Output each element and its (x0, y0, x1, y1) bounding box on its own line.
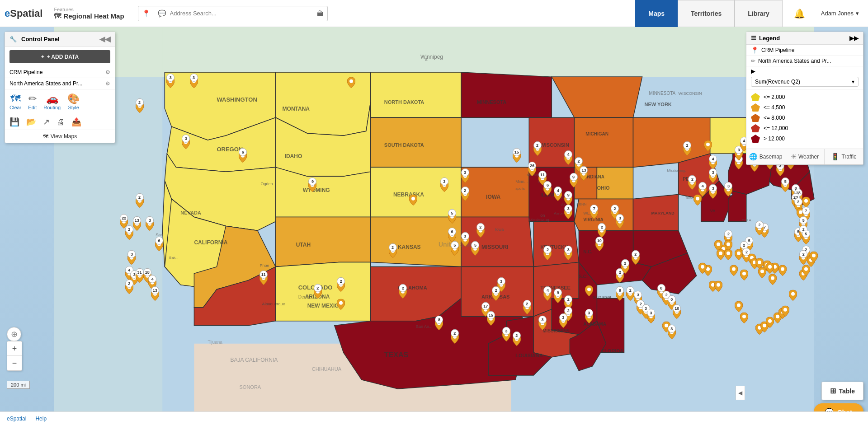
routing-tool[interactable]: 🚗 Routing (43, 93, 61, 110)
svg-text:IOWA: IOWA (486, 194, 500, 200)
style-tool[interactable]: 🎨 Style (67, 93, 80, 110)
svg-text:Bak...: Bak... (169, 256, 178, 260)
svg-text:on: on (540, 213, 545, 218)
user-menu[interactable]: Adam Jones ▾ (816, 10, 863, 17)
crm-pin-icon: 📍 (751, 47, 759, 54)
state-iowa (461, 167, 529, 217)
svg-text:OKLAHOMA: OKLAHOMA (398, 285, 427, 290)
style-icon: 🎨 (67, 93, 80, 105)
basemap-option[interactable]: 🌐 Basemap (746, 149, 785, 164)
zoom-in-button[interactable]: + (7, 341, 22, 356)
traffic-option[interactable]: 🚦 Traffic (825, 149, 863, 164)
svg-text:PENN.: PENN. (683, 177, 697, 182)
svg-text:FLORIDA: FLORIDA (601, 348, 623, 354)
control-panel-header: 🔧 Control Panel ◀◀ (5, 32, 115, 47)
wrench-icon: 🔧 (9, 36, 17, 42)
print-icon[interactable]: 🖨 (57, 117, 65, 127)
save-icon[interactable]: 💾 (9, 117, 19, 127)
table-grid-icon: ⊞ (830, 387, 836, 395)
sun-icon: ☀ (791, 153, 797, 161)
location-search-btn[interactable]: 📍 (138, 9, 154, 18)
swatch-5 (751, 135, 760, 143)
svg-text:N.C.: N.C. (583, 249, 592, 254)
svg-text:WISCONSIN: WISCONSIN (540, 142, 569, 148)
plus-icon: + (41, 53, 45, 60)
notifications-bell-icon[interactable]: 🔔 (794, 8, 805, 19)
legend-expand-icon[interactable]: ▶▶ (849, 35, 859, 42)
svg-text:SOUTH DAKOTA: SOUTH DAKOTA (384, 142, 424, 148)
swatch-2 (751, 103, 760, 112)
svg-text:DELA.: DELA. (742, 218, 752, 222)
svg-text:Tijuana: Tijuana (208, 340, 222, 345)
svg-text:NJ: NJ (728, 186, 734, 191)
tab-maps[interactable]: Maps (635, 0, 678, 27)
export-icon[interactable]: 📤 (71, 117, 81, 127)
svg-text:MICHIGAN: MICHIGAN (585, 131, 609, 136)
layer-north-america: North America States and Pr... ⚙ (5, 78, 115, 89)
svg-text:do: do (561, 202, 565, 206)
zoom-out-button[interactable]: − (7, 356, 22, 370)
logo[interactable]: eSpatial (5, 8, 42, 19)
collapse-panel-icon[interactable]: ◀◀ (99, 35, 110, 43)
map-svg: WASHINGTON OREGON CALIFORNIA MONTANA IDA… (0, 27, 868, 425)
svg-text:NEVADA: NEVADA (180, 210, 201, 215)
svg-text:OREGON: OREGON (217, 146, 243, 153)
svg-text:United States: United States (439, 241, 479, 248)
map-container[interactable]: WASHINGTON OREGON CALIFORNIA MONTANA IDA… (0, 27, 868, 425)
svg-text:CHIHUAHUA: CHIHUAHUA (312, 366, 342, 372)
footer-help-link[interactable]: Help (35, 416, 47, 422)
nav-tabs: Maps Territories Library (635, 0, 782, 27)
map-icon: 🗺 (54, 12, 61, 20)
svg-text:TEXAS: TEXAS (384, 351, 409, 359)
legend-panel: ☰ Legend ▶▶ 📍 CRM Pipeline ✏ North Ameri… (746, 32, 863, 165)
control-panel-title: Control Panel (21, 36, 60, 42)
search-bar: 📍 💬 🏔 (138, 6, 328, 21)
table-button[interactable]: ⊞ Table (821, 382, 863, 400)
legend-expand-row: ▶ (746, 66, 863, 75)
svg-text:BAJA CALIFORNIA: BAJA CALIFORNIA (230, 357, 278, 363)
svg-text:Winnipeg: Winnipeg (420, 54, 443, 60)
tab-territories[interactable]: Territories (678, 0, 735, 27)
state-north-dakota (371, 72, 461, 117)
file-tools: 💾 📂 ↗ 🖨 📤 (5, 114, 115, 130)
weather-option[interactable]: ☀ Weather (785, 149, 824, 164)
scale-bar: 200 mi (7, 381, 30, 389)
svg-text:INDIANA: INDIANA (585, 174, 604, 179)
legend-items: <= 2,000 <= 4,500 <= 8,000 <= 12,000 > 1… (746, 89, 863, 149)
revenue-dropdown[interactable]: Sum(Revenue Q2) ▾ (751, 77, 859, 87)
view-maps-button[interactable]: 🗺 View Maps (5, 130, 115, 143)
share-icon[interactable]: ↗ (43, 117, 50, 127)
svg-text:LOUISIANA: LOUISIANA (515, 353, 543, 358)
layer-settings-icon-2[interactable]: ⚙ (105, 80, 110, 87)
footer-brand-link[interactable]: eSpatial (7, 416, 26, 422)
globe-icon: 🌐 (749, 153, 758, 161)
footer: eSpatial Help (0, 411, 868, 425)
panel-collapse-right[interactable]: ◀ (736, 386, 745, 400)
legend-header: ☰ Legend ▶▶ (746, 32, 863, 45)
svg-text:IDAHO: IDAHO (285, 153, 302, 159)
svg-text:Aaron: Aaron (554, 211, 563, 215)
svg-text:Denver: Denver (298, 294, 313, 299)
clear-tool[interactable]: 🗺 Clear (9, 93, 21, 110)
map-marker-btn[interactable]: 🏔 (313, 9, 327, 17)
svg-text:COLORADO: COLORADO (298, 284, 333, 291)
swatch-3 (751, 114, 760, 122)
marker-btn[interactable]: 💬 (154, 9, 170, 18)
open-icon[interactable]: 📂 (26, 117, 36, 127)
compass-button[interactable]: ⊕ (7, 327, 21, 341)
layer-settings-icon[interactable]: ⚙ (105, 69, 110, 75)
add-data-button[interactable]: + + ADD DATA (9, 50, 110, 63)
address-search-input[interactable] (170, 10, 313, 17)
svg-text:Mississaug.: Mississaug. (529, 218, 550, 222)
svg-text:CALIFORNIA: CALIFORNIA (194, 239, 227, 246)
map-tools: 🗺 Clear ✏ Edit 🚗 Routing 🎨 Style (5, 89, 115, 114)
edit-tool[interactable]: ✏ Edit (28, 93, 37, 110)
state-minnesota (461, 72, 552, 117)
svg-text:Ogden: Ogden (261, 182, 273, 186)
svg-text:S.C.: S.C. (579, 274, 588, 279)
svg-text:MINNESOTA: MINNESOTA (477, 99, 506, 105)
tab-library[interactable]: Library (735, 0, 782, 27)
svg-text:PENN.: PENN. (576, 202, 587, 206)
legend-triangle-icon[interactable]: ▶ (751, 68, 755, 75)
edit-icon: ✏ (28, 93, 37, 105)
